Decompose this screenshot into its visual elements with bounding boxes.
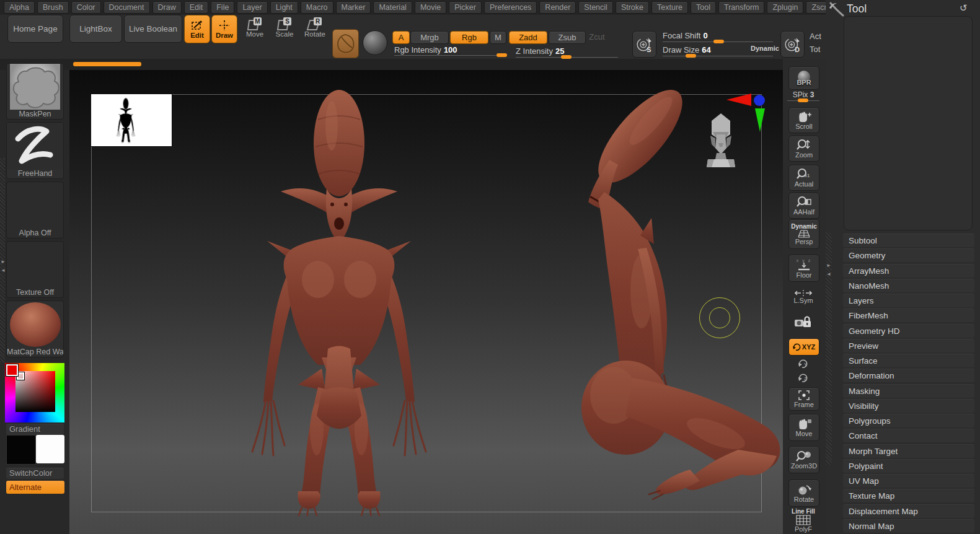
current-brush-preview[interactable] [332,29,359,58]
bpr-button[interactable]: BPR [788,66,819,90]
menu-light[interactable]: Light [270,1,298,14]
sculpt-front-view[interactable] [245,82,462,516]
stroke-picker-freehand[interactable]: FreeHand [6,122,64,179]
section-preview[interactable]: Preview [843,339,974,352]
home-page-button[interactable]: Home Page [7,15,63,43]
document-thumbnail[interactable] [91,94,172,146]
menu-transform[interactable]: Transform [718,1,765,14]
current-material-preview[interactable] [363,30,387,55]
axis-gizmo-arrows[interactable] [726,92,766,133]
section-contact[interactable]: Contact [843,429,974,442]
section-polygroups[interactable]: Polygroups [843,414,974,427]
current-color-swatch[interactable] [6,364,18,376]
focal-shift-slider[interactable]: Focal Shift0 [663,31,708,40]
menu-picker[interactable]: Picker [449,1,482,14]
section-geometry[interactable]: Geometry [843,248,974,262]
section-normal-map[interactable]: Normal Map [843,519,974,533]
act-label[interactable]: Act [810,32,821,41]
rgb-intensity-handle[interactable] [497,53,507,57]
menu-brush[interactable]: Brush [37,1,69,14]
section-visibility[interactable]: Visibility [843,399,974,413]
section-masking[interactable]: Masking [843,384,974,398]
texture-picker[interactable]: Texture Off [6,241,64,298]
menu-stroke[interactable]: Stroke [616,1,649,14]
left-divider-arrow-open[interactable]: ► [1,259,6,265]
edit-button[interactable]: Edit [184,15,210,43]
menu-zplugin[interactable]: Zplugin [767,1,803,14]
z-intensity-slider[interactable]: Z Intensity25 [516,46,564,56]
document-canvas[interactable] [69,70,783,534]
section-texture-map[interactable]: Texture Map [843,489,974,502]
draw-size-handle[interactable] [686,54,696,58]
draw-size-slider[interactable]: Draw Size64 [663,45,711,55]
floor-button[interactable]: x y z Floor [788,255,819,282]
secondary-color-swatch[interactable] [36,435,64,463]
rotate-y-button[interactable]: Y [788,357,818,370]
move-button[interactable]: M Move [244,17,265,38]
tot-label[interactable]: Tot [810,45,820,54]
menu-edit[interactable]: Edit [184,1,209,14]
mrgb-button[interactable]: Mrgb [410,31,449,44]
section-polypaint[interactable]: Polypaint [843,459,974,473]
lsym-button[interactable]: L.Sym [788,286,818,307]
menu-marker[interactable]: Marker [336,1,371,14]
panel-gutter-arrow-close[interactable]: ◄ [826,271,831,277]
zsub-button[interactable]: Zsub [549,31,586,44]
left-divider-arrow-close[interactable]: ◄ [1,268,6,273]
spix-handle[interactable] [798,98,808,102]
rgb-button[interactable]: Rgb [450,31,488,44]
menu-tool[interactable]: Tool [691,1,716,14]
rotate-z-button[interactable]: Z [788,372,818,384]
menu-file[interactable]: File [211,1,234,14]
section-deformation[interactable]: Deformation [843,369,974,382]
section-uv-map[interactable]: UV Map [843,474,974,488]
section-subtool[interactable]: Subtool [843,234,974,247]
m-button[interactable]: M [490,31,506,44]
rotate-xyz-button[interactable]: XYZ [788,338,819,356]
section-nanomesh[interactable]: NanoMesh [843,279,974,292]
spix-slider[interactable]: SPix 3 [788,90,818,99]
main-color-swatch[interactable] [6,435,36,465]
zadd-button[interactable]: Zadd [509,31,547,44]
rgb-intensity-track[interactable] [394,55,506,56]
aahalf-button[interactable]: AAHalf [788,193,819,219]
rgb-intensity-slider[interactable]: Rgb Intensity100 [394,45,457,55]
zoom-button[interactable]: Zoom [788,136,819,162]
lightbox-button[interactable]: LightBox [69,15,122,43]
material-picker-matcap[interactable]: MatCap Red Wax [6,300,64,357]
brush-picker-maskpen[interactable]: MaskPen [6,63,64,120]
menu-render[interactable]: Render [539,1,576,14]
color-picker[interactable] [5,363,64,422]
panel-reset-icon[interactable]: ↺ [960,2,968,14]
menu-alpha[interactable]: Alpha [4,1,35,14]
alternate-button[interactable]: Alternate [6,481,64,494]
rotate-nav-button[interactable]: Rotate [788,479,819,507]
menu-document[interactable]: Document [104,1,150,14]
menu-color[interactable]: Color [71,1,101,14]
lightbox-progress-bar[interactable] [73,62,141,66]
draw-dot-button[interactable]: D [780,31,805,58]
live-boolean-button[interactable]: Live Boolean [124,15,182,43]
menu-layer[interactable]: Layer [237,1,267,14]
draw-size-track[interactable] [663,56,773,56]
panel-gutter-arrow-open[interactable]: ► [826,263,831,268]
menu-macro[interactable]: Macro [301,1,333,14]
frame-button[interactable]: Frame [788,387,819,411]
sculpt-side-view[interactable] [511,87,783,514]
focal-shift-handle[interactable] [713,40,724,43]
actual-button[interactable]: x1 Actual [788,165,819,191]
gradient-label[interactable]: Gradient [6,424,64,435]
section-morph-target[interactable]: Morph Target [843,444,974,458]
section-displacement-map[interactable]: Displacement Map [843,504,974,518]
stroke-curve-button[interactable]: S [632,31,656,58]
a-button[interactable]: A [392,31,410,44]
scale-button[interactable]: S Scale [274,17,295,38]
switchcolor-button[interactable]: SwitchColor [6,468,64,479]
menu-draw[interactable]: Draw [152,1,182,14]
section-fibermesh[interactable]: FiberMesh [843,309,974,322]
draw-button[interactable]: Draw [211,15,237,43]
rotate-button[interactable]: R Rotate [304,17,326,38]
zoom3d-button[interactable]: Zoom3D [788,446,819,473]
section-geometry-hd[interactable]: Geometry HD [843,324,974,338]
menu-preferences[interactable]: Preferences [484,1,537,14]
